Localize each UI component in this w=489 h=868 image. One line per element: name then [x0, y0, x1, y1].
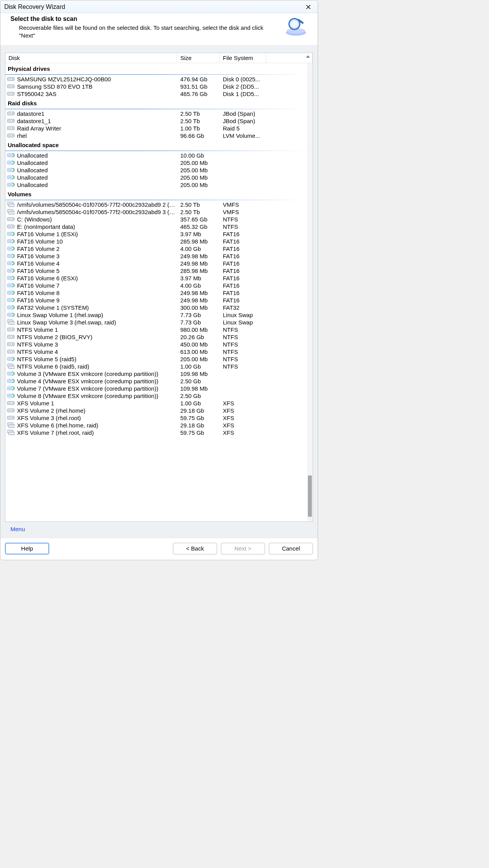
disk-size: 59.75 Gb	[177, 429, 220, 436]
disk-row[interactable]: datastore1_12.50 TbJBod (Span)	[5, 117, 307, 125]
group-separator	[5, 109, 307, 109]
footer: Help < Back Next > Cancel	[0, 538, 318, 560]
disk-filesystem: XFS	[220, 422, 278, 429]
disk-row[interactable]: Linux Swap Volume 3 (rhel.swap, raid)7.7…	[5, 319, 307, 326]
help-button[interactable]: Help	[5, 543, 49, 554]
disk-row[interactable]: E: (nonImportant data)465.32 GbNTFS	[5, 223, 307, 230]
disk-row[interactable]: datastore12.50 TbJBod (Span)	[5, 110, 307, 117]
disk-name: NTFS Volume 6 (raid5, raid)	[17, 363, 89, 370]
disk-name: Unallocated	[17, 174, 48, 181]
disk-row[interactable]: FAT16 Volume 4249.98 MbFAT16	[5, 260, 307, 267]
disk-row[interactable]: Unallocated205.00 Mb	[5, 174, 307, 181]
close-button[interactable]	[303, 3, 314, 11]
vertical-scrollbar[interactable]	[307, 63, 313, 521]
disk-size: 109.98 Mb	[177, 385, 220, 392]
disk-row[interactable]: Volume 4 (VMware ESX vmkcore (coredump p…	[5, 377, 307, 385]
disk-row[interactable]: XFS Volume 2 (rhel.home)29.18 GbXFS	[5, 407, 307, 414]
volume-icon	[7, 385, 15, 391]
raid-disk-icon	[7, 429, 15, 436]
disk-filesystem: Linux Swap	[220, 319, 278, 326]
disk-filesystem: XFS	[220, 400, 278, 407]
disk-size: 2.50 Tb	[177, 209, 220, 215]
disk-row[interactable]: FAT16 Volume 6 (ESXi)3.97 MbFAT16	[5, 274, 307, 282]
disk-row[interactable]: FAT16 Volume 3249.98 MbFAT16	[5, 252, 307, 260]
disk-size: 205.00 Mb	[177, 174, 220, 181]
disk-filesystem: JBod (Span)	[220, 110, 278, 117]
disk-row[interactable]: ST950042 3AS465.76 GbDisk 1 (DD5...	[5, 90, 307, 98]
disk-filesystem: FAT16	[220, 260, 278, 267]
disk-size: 7.73 Gb	[177, 312, 220, 318]
disk-name: Unallocated	[17, 152, 48, 159]
disk-size: 980.00 Mb	[177, 326, 220, 333]
disk-row[interactable]: NTFS Volume 3450.00 MbNTFS	[5, 341, 307, 348]
disk-row[interactable]: NTFS Volume 2 (BIOS_RVY)20.26 GbNTFS	[5, 333, 307, 341]
disk-row[interactable]: XFS Volume 3 (rhel.root)59.75 GbXFS	[5, 414, 307, 422]
disk-row[interactable]: FAT16 Volume 5285.98 MbFAT16	[5, 267, 307, 274]
hard-disk-icon	[7, 125, 15, 131]
disk-filesystem: Disk 0 (0025...	[220, 76, 278, 82]
disk-filesystem: FAT16	[220, 268, 278, 274]
disk-size: 1.00 Tb	[177, 125, 220, 132]
disk-row[interactable]: Volume 8 (VMware ESX vmkcore (coredump p…	[5, 392, 307, 400]
disk-row[interactable]: FAT16 Volume 74.00 GbFAT16	[5, 282, 307, 289]
disk-name: NTFS Volume 3	[17, 341, 58, 348]
column-header-disk[interactable]: Disk	[5, 53, 177, 63]
disk-row[interactable]: FAT16 Volume 10285.98 MbFAT16	[5, 238, 307, 245]
disk-row[interactable]: /vmfs/volumes/5850504c-01f07065-77f2-000…	[5, 208, 307, 216]
hard-disk-icon	[7, 407, 15, 413]
hard-disk-icon	[7, 132, 15, 139]
disk-name: FAT16 Volume 9	[17, 297, 60, 304]
hard-disk-icon	[7, 76, 15, 82]
disk-size: 2.50 Tb	[177, 110, 220, 117]
disk-row[interactable]: Samsung SSD 870 EVO 1TB931.51 GbDisk 2 (…	[5, 83, 307, 90]
disk-row[interactable]: FAT32 Volume 1 (SYSTEM)300.00 MbFAT32	[5, 304, 307, 311]
list-header: Disk Size File System	[5, 53, 313, 63]
column-header-size[interactable]: Size	[177, 53, 220, 63]
disk-row[interactable]: FAT16 Volume 1 (ESXi)3.97 MbFAT16	[5, 230, 307, 238]
disk-name: Volume 8 (VMware ESX vmkcore (coredump p…	[17, 393, 158, 399]
disk-filesystem: FAT16	[220, 297, 278, 304]
disk-row[interactable]: Unallocated10.00 Gb	[5, 152, 307, 159]
disk-size: 450.00 Mb	[177, 341, 220, 348]
scrollbar-thumb[interactable]	[308, 475, 312, 517]
disk-row[interactable]: Unallocated205.00 Mb	[5, 159, 307, 166]
disk-row[interactable]: FAT16 Volume 9249.98 MbFAT16	[5, 297, 307, 304]
disk-row[interactable]: SAMSUNG MZVL2512HCJQ-00B00476.94 GbDisk …	[5, 75, 307, 83]
disk-row[interactable]: Linux Swap Volume 1 (rhel.swap)7.73 GbLi…	[5, 311, 307, 319]
disk-filesystem: NTFS	[220, 326, 278, 333]
disk-row[interactable]: Unallocated205.00 Mb	[5, 181, 307, 189]
hard-disk-icon	[7, 223, 15, 230]
hard-disk-icon	[7, 348, 15, 355]
disk-row[interactable]: XFS Volume 11.00 GbXFS	[5, 400, 307, 407]
disk-row[interactable]: FAT16 Volume 24.00 GbFAT16	[5, 245, 307, 252]
disk-row[interactable]: XFS Volume 6 (rhel.home, raid)29.18 GbXF…	[5, 422, 307, 429]
column-header-filesystem[interactable]: File System	[220, 53, 266, 63]
disk-row[interactable]: NTFS Volume 6 (raid5, raid)1.00 GbNTFS	[5, 363, 307, 370]
menu-link[interactable]: Menu	[5, 522, 27, 535]
next-button[interactable]: Next >	[221, 543, 265, 554]
disk-name: FAT16 Volume 2	[17, 245, 60, 252]
disk-row[interactable]: /vmfs/volumes/5850504c-01f07065-77f2-000…	[5, 201, 307, 208]
cancel-button[interactable]: Cancel	[269, 543, 313, 554]
disk-row[interactable]: C: (Windows)357.65 GbNTFS	[5, 216, 307, 223]
disk-row[interactable]: NTFS Volume 4613.00 MbNTFS	[5, 348, 307, 355]
disk-name: NTFS Volume 2 (BIOS_RVY)	[17, 334, 92, 340]
back-button[interactable]: < Back	[173, 543, 217, 554]
disk-row[interactable]: Unallocated205.00 Mb	[5, 166, 307, 174]
raid-disk-icon	[7, 201, 15, 208]
disk-row[interactable]: Volume 3 (VMware ESX vmkcore (coredump p…	[5, 370, 307, 377]
wizard-header: Select the disk to scan Recoverable file…	[0, 13, 318, 46]
disk-size: 4.00 Gb	[177, 245, 220, 252]
disk-row[interactable]: rhel96.66 GbLVM Volume...	[5, 132, 307, 139]
disk-row[interactable]: XFS Volume 7 (rhel.root, raid)59.75 GbXF…	[5, 429, 307, 436]
magnifier-icon	[282, 15, 310, 40]
disk-row[interactable]: Volume 7 (VMware ESX vmkcore (coredump p…	[5, 385, 307, 392]
disk-row[interactable]: NTFS Volume 5 (raid5)205.00 MbNTFS	[5, 355, 307, 363]
disk-row[interactable]: Raid Array Writer1.00 TbRaid 5	[5, 125, 307, 132]
group-separator	[5, 74, 307, 75]
disk-row[interactable]: FAT16 Volume 8249.98 MbFAT16	[5, 289, 307, 297]
volume-icon	[7, 378, 15, 384]
disk-name: SAMSUNG MZVL2512HCJQ-00B00	[17, 76, 111, 82]
disk-filesystem: NTFS	[220, 216, 278, 223]
disk-row[interactable]: NTFS Volume 1980.00 MbNTFS	[5, 326, 307, 333]
